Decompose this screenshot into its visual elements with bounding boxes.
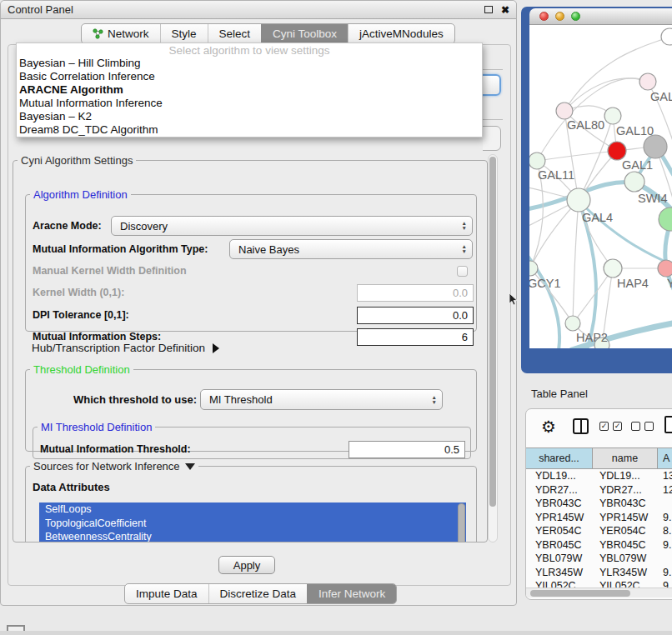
dpi-tolerance-field[interactable]: 0.0	[357, 307, 474, 324]
tab-select[interactable]: Select	[208, 24, 262, 43]
network-node[interactable]	[624, 172, 644, 192]
mi-threshold-field[interactable]: 0.5	[349, 441, 465, 458]
bottom-edge-strip	[0, 631, 672, 635]
table-row[interactable]: YLR345W YLR345W 9.	[526, 566, 672, 580]
mi-steps-field[interactable]: 6	[357, 328, 474, 346]
mi-type-select[interactable]: Naive Bayes ▲▼	[229, 239, 473, 259]
table-body: YDL19... YDL19... 13 YDR27... YDR27... 1…	[526, 469, 672, 593]
dropdown-item-bayesian-k2[interactable]: Bayesian – K2	[17, 110, 482, 123]
network-node-label: GCY1	[529, 277, 561, 290]
kernel-width-value: 0.0	[453, 287, 468, 299]
kernel-width-field[interactable]: 0.0	[357, 284, 474, 302]
tab-discretize-data[interactable]: Discretize Data	[208, 584, 308, 603]
manual-kernel-checkbox[interactable]	[457, 266, 468, 277]
checked-checkbox-icon[interactable]: ✓	[599, 422, 609, 431]
network-edge[interactable]	[537, 151, 617, 161]
table-panel-title: Table Panel	[531, 388, 588, 400]
network-edge[interactable]	[579, 202, 596, 348]
scrollbar-thumb[interactable]	[530, 590, 630, 597]
list-scrollbar[interactable]	[458, 503, 465, 542]
network-node[interactable]	[644, 135, 667, 158]
sources-title[interactable]: Sources for Network Inference	[30, 460, 198, 472]
table-row[interactable]: YBR043C YBR043C	[526, 497, 672, 511]
network-node[interactable]	[565, 316, 580, 331]
dropdown-item-aracne[interactable]: ARACNE Algorithm	[17, 83, 482, 97]
tab-style[interactable]: Style	[160, 24, 208, 43]
table-row[interactable]: YPR145W YPR145W 9.	[526, 511, 672, 525]
table-row[interactable]: YBL079W YBL079W	[526, 552, 672, 566]
dropdown-item-mutual-information[interactable]: Mutual Information Inference	[17, 97, 482, 110]
tab-infer-network-label: Infer Network	[318, 584, 385, 603]
focused-combo-sliver[interactable]	[483, 74, 501, 96]
attribute-list-item[interactable]: SelfLoops	[39, 502, 466, 517]
network-node[interactable]	[608, 142, 626, 160]
document-icon[interactable]	[664, 416, 672, 433]
dropdown-placeholder: Select algorithm to view settings	[17, 44, 482, 57]
attribute-list-item[interactable]: TopologicalCoefficient	[39, 517, 466, 531]
tab-select-label: Select	[219, 24, 251, 43]
network-node[interactable]	[659, 208, 672, 231]
network-edge[interactable]	[573, 200, 579, 323]
close-traffic-light-icon[interactable]	[539, 12, 549, 21]
float-panel-icon[interactable]	[484, 6, 493, 13]
groupbox-edge	[483, 69, 503, 70]
network-edge[interactable]	[573, 268, 613, 323]
cell-shared-name: YBR043C	[526, 498, 593, 509]
checked-checkbox-icon[interactable]: ✓	[613, 422, 622, 431]
mi-type-label: Mutual Information Algorithm Type:	[33, 243, 208, 255]
dropdown-item-bayesian-hill-climbing[interactable]: Bayesian – Hill Climbing	[17, 57, 482, 70]
table-row[interactable]: YBR045C YBR045C 9.	[526, 538, 672, 552]
close-icon[interactable]: ✖	[501, 4, 509, 16]
zoom-traffic-light-icon[interactable]	[571, 12, 580, 21]
algorithm-dropdown-list: Select algorithm to view settings Bayesi…	[16, 42, 483, 138]
hub-definition-label: Hub/Transcription Factor Definition	[32, 342, 205, 354]
threshold-definition-group: Threshold Definition Which threshold to …	[25, 363, 477, 452]
minimize-traffic-light-icon[interactable]	[555, 12, 564, 21]
apply-button[interactable]: Apply	[218, 556, 275, 574]
network-node[interactable]	[529, 261, 538, 276]
network-graph[interactable]: GALGAL80GAL10GAL1GAL11SWI4GAL4GCY1HAP4YH…	[529, 25, 672, 348]
aracne-mode-select[interactable]: Discovery ▲▼	[111, 216, 473, 236]
manual-kernel-label: Manual Kernel Width Definition	[33, 265, 187, 277]
attribute-list-item[interactable]: BetweennessCentrality	[39, 530, 466, 542]
network-edge[interactable]	[530, 200, 579, 268]
network-node[interactable]	[604, 108, 621, 124]
tab-jactivemnodules[interactable]: jActiveMNodules	[348, 24, 454, 43]
table-row[interactable]: YER054C YER054C 8.	[526, 524, 672, 538]
scrollbar-thumb[interactable]	[489, 157, 496, 507]
dropdown-item-basic-correlation[interactable]: Basic Correlation Inference	[17, 70, 482, 83]
column-header-shared-name[interactable]: shared...	[526, 448, 593, 468]
table-row[interactable]: YDL19... YDL19... 13	[526, 469, 672, 483]
network-node[interactable]	[661, 28, 672, 45]
table-row[interactable]: YDR27... YDR27... 12	[526, 483, 672, 498]
unchecked-checkbox-icon[interactable]	[644, 422, 654, 431]
columns-icon[interactable]	[573, 418, 589, 434]
column-header-name[interactable]: name	[593, 448, 658, 468]
tab-impute-data[interactable]: Impute Data	[125, 584, 208, 603]
chevron-right-icon	[213, 343, 219, 353]
screen: { "colors": { "selection_blue": "#3c68c8…	[0, 0, 672, 635]
hub-definition-toggle[interactable]: Hub/Transcription Factor Definition	[32, 342, 219, 354]
tab-infer-network[interactable]: Infer Network	[307, 584, 396, 603]
column-header-partial[interactable]: A	[658, 448, 672, 468]
table-horizontal-scrollbar[interactable]	[526, 588, 672, 598]
network-edge[interactable]	[564, 78, 648, 111]
combo-sliver[interactable]	[483, 126, 501, 151]
network-node[interactable]	[604, 259, 622, 278]
network-node[interactable]	[556, 102, 573, 119]
mi-threshold-definition-title: MI Threshold Definition	[38, 421, 155, 433]
tab-cyni-toolbox[interactable]: Cyni Toolbox	[261, 24, 348, 43]
unchecked-checkbox-icon[interactable]	[631, 422, 640, 431]
network-node[interactable]	[658, 260, 672, 277]
gear-icon[interactable]: ⚙	[541, 418, 556, 436]
settings-vertical-scrollbar[interactable]	[488, 154, 498, 542]
cyni-bottom-tabbar: Impute Data Discretize Data Infer Networ…	[124, 583, 397, 604]
network-node[interactable]	[529, 152, 545, 169]
cyni-algorithm-settings-title: Cyni Algorithm Settings	[18, 154, 136, 167]
tab-network[interactable]: Network	[82, 24, 160, 43]
network-node[interactable]	[639, 73, 656, 90]
network-canvas[interactable]: GALGAL80GAL10GAL1GAL11SWI4GAL4GCY1HAP4YH…	[529, 25, 672, 348]
dropdown-item-dream8[interactable]: Dream8 DC_TDC Algorithm	[17, 123, 482, 137]
network-node[interactable]	[567, 188, 590, 212]
which-threshold-select[interactable]: MI Threshold ▲▼	[200, 389, 443, 410]
